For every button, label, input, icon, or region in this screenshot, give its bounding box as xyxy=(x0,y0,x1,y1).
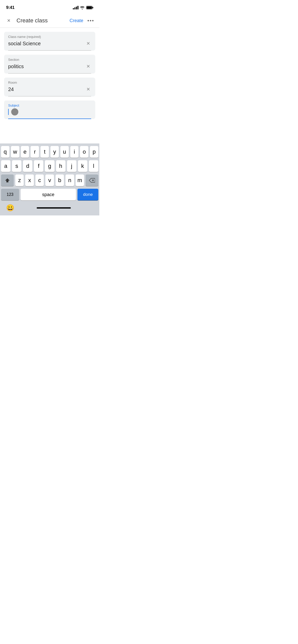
status-bar: 9:41 xyxy=(0,0,99,14)
key-x[interactable]: x xyxy=(25,174,34,186)
room-field[interactable]: Room 24 ✕ xyxy=(4,78,95,96)
key-u[interactable]: u xyxy=(60,146,69,158)
key-w[interactable]: w xyxy=(11,146,19,158)
section-value-row: politics ✕ xyxy=(8,63,91,74)
keyboard-row-1: q w e r t y u i o p xyxy=(1,146,98,158)
create-button[interactable]: Create xyxy=(70,18,83,23)
form-container: Class name (required) social Science ✕ S… xyxy=(0,28,99,119)
keyboard-emoji-row: 😀 xyxy=(1,202,98,214)
emoji-button[interactable]: 😀 xyxy=(6,204,14,212)
svg-rect-1 xyxy=(92,7,93,8)
key-g[interactable]: g xyxy=(45,160,54,172)
key-123[interactable]: 123 xyxy=(1,189,19,200)
nav-bar: × Create class Create ••• xyxy=(0,14,99,28)
key-k[interactable]: k xyxy=(78,160,87,172)
keyboard: q w e r t y u i o p a s d f g h j k l z … xyxy=(0,143,99,215)
key-m[interactable]: m xyxy=(76,174,84,186)
room-clear-button[interactable]: ✕ xyxy=(85,85,91,93)
class-name-clear-button[interactable]: ✕ xyxy=(85,40,91,47)
key-s[interactable]: s xyxy=(12,160,21,172)
subject-dot xyxy=(11,108,18,115)
section-value: politics xyxy=(8,64,24,69)
key-z[interactable]: z xyxy=(15,174,24,186)
key-h[interactable]: h xyxy=(56,160,65,172)
key-y[interactable]: y xyxy=(50,146,59,158)
key-o[interactable]: o xyxy=(80,146,88,158)
room-value-row: 24 ✕ xyxy=(8,85,91,96)
key-j[interactable]: j xyxy=(67,160,76,172)
key-backspace[interactable] xyxy=(86,174,98,186)
key-l[interactable]: l xyxy=(89,160,98,172)
spacer xyxy=(0,123,99,143)
class-name-label: Class name (required) xyxy=(8,35,91,39)
text-cursor xyxy=(8,109,9,115)
subject-label: Subject xyxy=(8,104,91,107)
key-r[interactable]: r xyxy=(31,146,39,158)
key-c[interactable]: c xyxy=(35,174,44,186)
room-label: Room xyxy=(8,81,91,84)
section-label: Section xyxy=(8,58,91,62)
nav-right: Create ••• xyxy=(70,18,94,24)
key-t[interactable]: t xyxy=(40,146,49,158)
key-b[interactable]: b xyxy=(56,174,64,186)
class-name-value-row: social Science ✕ xyxy=(8,40,91,51)
nav-left: × Create class xyxy=(5,16,48,25)
key-d[interactable]: d xyxy=(23,160,32,172)
more-button[interactable]: ••• xyxy=(87,18,94,24)
key-a[interactable]: a xyxy=(1,160,10,172)
key-done[interactable]: done xyxy=(77,189,98,200)
key-n[interactable]: n xyxy=(65,174,74,186)
key-p[interactable]: p xyxy=(90,146,98,158)
section-field[interactable]: Section politics ✕ xyxy=(4,55,95,74)
subject-value-row xyxy=(8,108,91,119)
subject-field[interactable]: Subject xyxy=(4,100,95,119)
keyboard-row-3: z x c v b n m xyxy=(1,174,98,186)
room-value: 24 xyxy=(8,86,14,92)
status-icons xyxy=(73,6,93,9)
key-q[interactable]: q xyxy=(1,146,9,158)
svg-rect-2 xyxy=(87,6,92,9)
wifi-icon xyxy=(80,6,85,9)
home-indicator xyxy=(37,207,71,209)
key-shift[interactable] xyxy=(1,174,14,186)
signal-icon xyxy=(73,6,78,9)
battery-icon xyxy=(86,6,93,9)
class-name-value: social Science xyxy=(8,41,41,47)
key-space[interactable]: space xyxy=(21,189,76,200)
keyboard-row-2: a s d f g h j k l xyxy=(1,160,98,172)
key-f[interactable]: f xyxy=(34,160,43,172)
close-button[interactable]: × xyxy=(5,16,12,25)
section-clear-button[interactable]: ✕ xyxy=(85,63,91,70)
class-name-field[interactable]: Class name (required) social Science ✕ xyxy=(4,32,95,51)
page-title: Create class xyxy=(17,17,48,24)
key-v[interactable]: v xyxy=(45,174,54,186)
key-i[interactable]: i xyxy=(70,146,79,158)
key-e[interactable]: e xyxy=(21,146,29,158)
keyboard-bottom-row: 123 space done xyxy=(1,189,98,200)
status-time: 9:41 xyxy=(6,5,15,10)
